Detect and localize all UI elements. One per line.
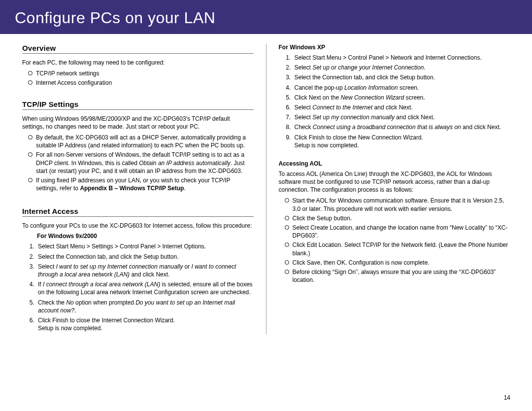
list-item: Select the Connection tab, and click the… bbox=[293, 73, 510, 81]
overview-list: TCP/IP network settings Internet Access … bbox=[22, 69, 254, 87]
page-header: Configure PCs on your LAN bbox=[0, 0, 532, 34]
list-item: Click Finish to close the Internet Conne… bbox=[36, 316, 254, 332]
list-item: Select Start Menu > Control Panel > Netw… bbox=[293, 54, 510, 62]
list-item: Internet Access configuration bbox=[36, 79, 254, 87]
content-columns: Overview For each PC, the following may … bbox=[0, 34, 532, 334]
aol-intro: To access AOL (America On Line) through … bbox=[279, 170, 510, 194]
win9x-steps: Select Start Menu > Settings > Control P… bbox=[22, 242, 254, 332]
winxp-heading: For Windows XP bbox=[279, 44, 510, 51]
list-item: Cancel the pop-up Location Information s… bbox=[293, 84, 510, 92]
list-item: Select Connect to the Internet and click… bbox=[293, 103, 510, 111]
list-item: Select Set up my connection manually and… bbox=[293, 113, 510, 121]
list-item: Select I want to set up my Internet conn… bbox=[36, 263, 254, 278]
tcpip-heading: TCP/IP Settings bbox=[22, 100, 254, 110]
list-item: If I connect through a local area networ… bbox=[36, 280, 254, 296]
list-item: Click the Setup button. bbox=[293, 214, 510, 222]
tcpip-intro: When using Windows 95/98/ME/2000/XP and … bbox=[22, 115, 254, 131]
list-item: Select Set up or change your Internet Co… bbox=[293, 64, 510, 71]
list-item: Click Edit Location. Select TCP/IP for t… bbox=[293, 241, 510, 257]
list-item: Check Connect using a broadband connecti… bbox=[293, 123, 510, 131]
aol-heading: Accessing AOL bbox=[279, 160, 510, 167]
list-item: If using fixed IP addresses on your LAN,… bbox=[36, 176, 254, 192]
list-item: For all non-Server versions of Windows, … bbox=[36, 151, 254, 175]
overview-intro: For each PC, the following may need to b… bbox=[22, 59, 254, 67]
list-item: Select Start Menu > Settings > Control P… bbox=[36, 242, 254, 250]
list-item: Click Save, then OK. Configuration is no… bbox=[293, 259, 510, 267]
list-item: Select the Connection tab, and click the… bbox=[36, 253, 254, 261]
list-item: Click Finish to close the New Connection… bbox=[293, 134, 510, 149]
internet-intro: To configure your PCs to use the XC-DPG6… bbox=[22, 222, 254, 230]
list-item: Select Create Location, and change the l… bbox=[293, 224, 510, 240]
list-item: Check the No option when prompted Do you… bbox=[36, 299, 254, 314]
aol-list: Start the AOL for Windows communication … bbox=[279, 197, 510, 284]
list-item: TCP/IP network settings bbox=[36, 69, 254, 77]
winxp-steps: Select Start Menu > Control Panel > Netw… bbox=[279, 54, 510, 149]
list-item: Start the AOL for Windows communication … bbox=[293, 197, 510, 212]
tcpip-list: By default, the XC-DPG603 will act as a … bbox=[22, 134, 254, 192]
right-column: For Windows XP Select Start Menu > Contr… bbox=[266, 44, 518, 334]
list-item: By default, the XC-DPG603 will act as a … bbox=[36, 134, 254, 149]
page-number: 14 bbox=[504, 394, 510, 401]
list-item: Before clicking “Sign On”, always ensure… bbox=[293, 268, 510, 284]
internet-heading: Internet Access bbox=[22, 207, 254, 217]
overview-heading: Overview bbox=[22, 44, 254, 54]
page-title: Configure PCs on your LAN bbox=[15, 9, 215, 27]
win9x-heading: For Windows 9x/2000 bbox=[37, 233, 254, 240]
win9x-block: For Windows 9x/2000 bbox=[22, 233, 254, 240]
list-item: Click Next on the New Connection Wizard … bbox=[293, 94, 510, 102]
left-column: Overview For each PC, the following may … bbox=[15, 44, 266, 334]
